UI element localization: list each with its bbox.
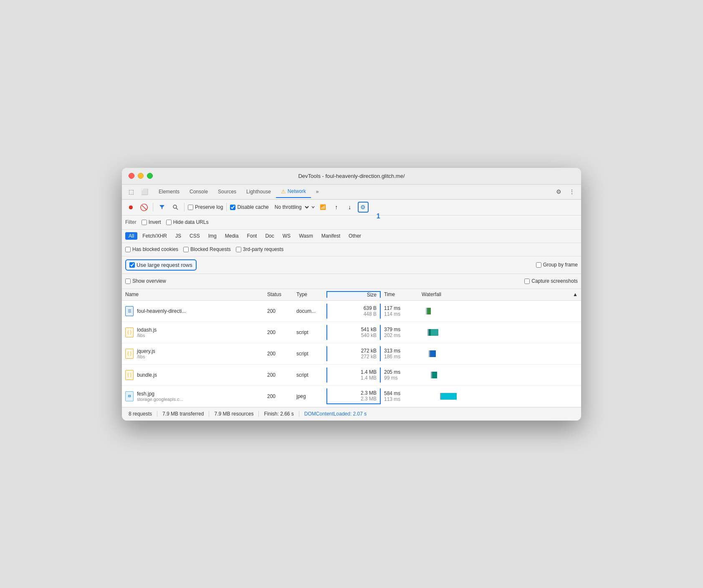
row-status-3: 200 <box>264 372 293 378</box>
wifi-icon-btn[interactable]: 📶 <box>318 202 329 213</box>
header-waterfall[interactable]: Waterfall ▲ <box>418 291 581 297</box>
row-primary-1: lodash.js <box>137 327 157 333</box>
tab-console[interactable]: Console <box>185 186 213 197</box>
throttle-select[interactable]: No throttling <box>271 203 310 211</box>
tab-more[interactable]: » <box>311 186 324 197</box>
header-name[interactable]: Name <box>122 291 264 297</box>
row-size-0: 639 B 448 B <box>326 304 381 319</box>
gear-icon-btn[interactable]: ⚙ <box>553 186 564 198</box>
filter-button[interactable] <box>157 202 167 213</box>
upload-button[interactable]: ↑ <box>331 202 342 213</box>
capture-screenshots-label[interactable]: Capture screenshots <box>524 278 578 284</box>
svg-line-1 <box>176 208 178 210</box>
blocked-requests-label[interactable]: Blocked Requests <box>183 246 231 252</box>
row-time-primary-4: 584 ms <box>384 390 400 396</box>
table-row[interactable]: 🖼 fesh.jpg storage.googleapis.c... 200 j… <box>122 386 581 407</box>
status-bar: 8 requests 7.9 MB transferred 7.9 MB res… <box>122 407 581 421</box>
disable-cache-checkbox[interactable] <box>230 205 235 210</box>
tab-sources[interactable]: Sources <box>213 186 241 197</box>
table-row[interactable]: ☰ foul-heavenly-directi... 200 docum... … <box>122 301 581 322</box>
table-row[interactable]: { } lodash.js /libs 200 script 541 kB 54… <box>122 322 581 343</box>
group-by-frame-checkbox[interactable] <box>536 262 541 268</box>
tab-network[interactable]: ⚠ Network <box>276 186 311 198</box>
show-overview-checkbox[interactable] <box>125 279 131 284</box>
row-type-0: docum... <box>293 308 326 314</box>
preserve-log-checkbox-label[interactable]: Preserve log <box>188 204 223 210</box>
close-button[interactable] <box>129 173 134 179</box>
row-size-2: 272 kB 272 kB <box>326 346 381 361</box>
preserve-log-checkbox[interactable] <box>188 205 193 210</box>
third-party-checkbox[interactable] <box>236 247 241 252</box>
table-header: Name Status Type Size Time Waterfall ▲ <box>122 289 581 301</box>
invert-label: Invert <box>149 219 161 225</box>
filter-img[interactable]: Img <box>205 232 220 240</box>
hide-data-urls-checkbox-label[interactable]: Hide data URLs <box>166 219 209 225</box>
row-time-primary-2: 313 ms <box>384 348 400 354</box>
filter-all[interactable]: All <box>125 232 137 240</box>
dt-right-icons: ⚙ ⋮ <box>553 186 578 198</box>
filter-wasm[interactable]: Wasm <box>296 232 316 240</box>
header-size[interactable]: Size <box>326 291 381 298</box>
ellipsis-icon-btn[interactable]: ⋮ <box>566 186 578 198</box>
header-type[interactable]: Type <box>293 291 326 297</box>
download-button[interactable]: ↓ <box>344 202 355 213</box>
filter-fetch-xhr[interactable]: Fetch/XHR <box>139 232 170 240</box>
show-overview-label[interactable]: Show overview <box>125 278 166 284</box>
filter-js[interactable]: JS <box>172 232 185 240</box>
show-overview-text: Show overview <box>132 278 166 284</box>
invert-checkbox[interactable] <box>142 220 147 225</box>
row-status-4: 200 <box>264 393 293 399</box>
row-primary-4: fesh.jpg <box>137 391 183 397</box>
device-icon-btn[interactable]: ⬜ <box>139 186 150 198</box>
row-name-4: 🖼 fesh.jpg storage.googleapis.c... <box>122 389 264 403</box>
row-size-4: 2.3 MB 2.3 MB <box>326 388 381 404</box>
row-waterfall-2 <box>418 343 581 364</box>
row-size-primary-3: 1.4 MB <box>361 369 377 375</box>
tab-lighthouse[interactable]: Lighthouse <box>241 186 276 197</box>
group-by-frame-label[interactable]: Group by frame <box>536 262 578 268</box>
tab-list: Elements Console Sources Lighthouse ⚠ Ne… <box>154 186 553 198</box>
group-by-frame-text: Group by frame <box>543 262 578 268</box>
clear-button[interactable]: 🚫 <box>139 202 149 213</box>
header-status[interactable]: Status <box>264 291 293 297</box>
filter-manifest[interactable]: Manifest <box>318 232 344 240</box>
large-request-rows-label[interactable]: Use large request rows <box>125 259 197 271</box>
row-time-secondary-1: 202 ms <box>384 332 400 338</box>
has-blocked-cookies-checkbox[interactable] <box>125 247 131 252</box>
hide-data-urls-checkbox[interactable] <box>166 220 172 225</box>
record-button[interactable]: ⏺ <box>125 202 136 213</box>
filter-media[interactable]: Media <box>222 232 242 240</box>
toolbar-divider-2 <box>184 203 185 211</box>
minimize-button[interactable] <box>138 173 144 179</box>
cursor-icon-btn[interactable]: ⬚ <box>125 186 137 198</box>
disable-cache-checkbox-label[interactable]: Disable cache <box>230 204 268 210</box>
row-name-1: { } lodash.js /libs <box>122 325 264 340</box>
row-time-secondary-0: 114 ms <box>384 311 400 317</box>
row-primary-2: jquery.js <box>137 348 155 354</box>
search-button[interactable] <box>170 202 181 213</box>
filter-doc[interactable]: Doc <box>262 232 277 240</box>
devtools-tabbar: ⬚ ⬜ Elements Console Sources Lighthouse … <box>122 185 581 200</box>
maximize-button[interactable] <box>147 173 153 179</box>
table-row[interactable]: { } bundle.js 200 script 1.4 MB 1.4 MB 2… <box>122 365 581 386</box>
filter-other[interactable]: Other <box>345 232 364 240</box>
row-waterfall-1 <box>418 322 581 343</box>
devtools-left-icons: ⬚ ⬜ <box>125 186 150 198</box>
tab-elements[interactable]: Elements <box>154 186 185 197</box>
resources-size: 7.9 MB resources <box>209 411 259 417</box>
filter-font[interactable]: Font <box>243 232 260 240</box>
filter-css[interactable]: CSS <box>186 232 203 240</box>
large-request-rows-checkbox[interactable] <box>129 262 135 268</box>
blocked-requests-checkbox[interactable] <box>183 247 189 252</box>
warning-icon: ⚠ <box>281 188 286 195</box>
titlebar: DevTools - foul-heavenly-direction.glitc… <box>122 168 581 185</box>
invert-checkbox-label[interactable]: Invert <box>142 219 161 225</box>
capture-screenshots-checkbox[interactable] <box>524 279 530 284</box>
settings-button[interactable]: ⚙ <box>358 202 369 213</box>
row-primary-3: bundle.js <box>137 372 157 378</box>
table-row[interactable]: { } jquery.js /libs 200 script 272 kB 27… <box>122 343 581 365</box>
header-time[interactable]: Time <box>381 291 418 297</box>
filter-ws[interactable]: WS <box>279 232 294 240</box>
third-party-label[interactable]: 3rd-party requests <box>236 246 283 252</box>
has-blocked-cookies-label[interactable]: Has blocked cookies <box>125 246 178 252</box>
